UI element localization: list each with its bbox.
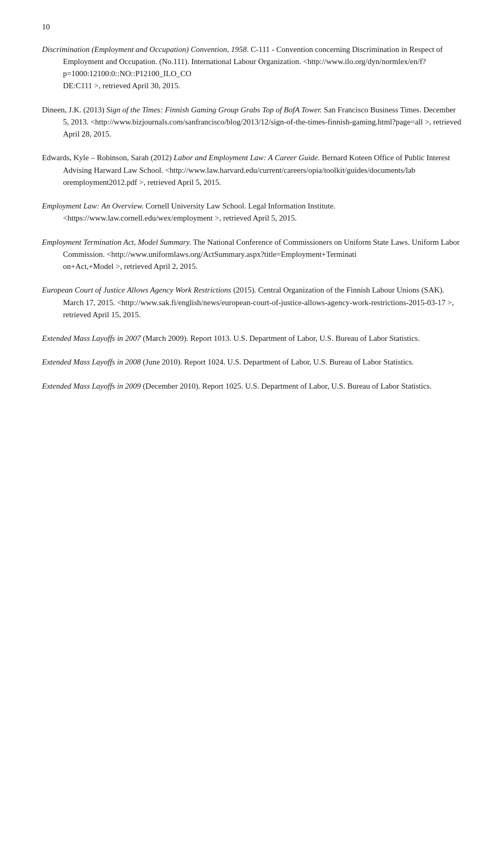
- list-item: Extended Mass Layoffs in 2007 (March 200…: [42, 332, 462, 345]
- ref-body: (June 2010). Report 1024. U.S. Departmen…: [141, 358, 414, 366]
- ref-author: Edwards, Kyle – Robinson, Sarah (2012): [42, 153, 174, 162]
- ref-body: (December 2010). Report 1025. U.S. Depar…: [141, 382, 432, 390]
- ref-title: Employment Termination Act, Model Summar…: [42, 238, 191, 246]
- list-item: Extended Mass Layoffs in 2008 (June 2010…: [42, 356, 462, 368]
- ref-title: Extended Mass Layoffs in 2009: [42, 382, 141, 390]
- list-item: Edwards, Kyle – Robinson, Sarah (2012) L…: [42, 152, 462, 189]
- list-item: Employment Law: An Overview. Cornell Uni…: [42, 200, 462, 225]
- references-list: Discrimination (Employment and Occupatio…: [42, 44, 462, 392]
- ref-body-cont: DE:C111 >, retrieved April 30, 2015.: [63, 81, 180, 90]
- ref-title: Discrimination (Employment and Occupatio…: [42, 45, 247, 54]
- ref-title: Extended Mass Layoffs in 2007: [42, 334, 141, 342]
- list-item: European Court of Justice Allows Agency …: [42, 284, 462, 321]
- ref-title: Employment Law: An Overview.: [42, 202, 144, 210]
- ref-title: Labor and Employment Law: A Career Guide…: [174, 153, 320, 162]
- ref-body-cont: on+Act,+Model >, retrieved April 2, 2015…: [63, 262, 198, 270]
- list-item: Dineen, J.K. (2013) Sign of the Times: F…: [42, 104, 462, 141]
- ref-body: (March 2009). Report 1013. U.S. Departme…: [141, 334, 419, 342]
- ref-author: Dineen, J.K. (2013): [42, 106, 106, 114]
- page-number: 10: [42, 21, 462, 33]
- ref-title: Sign of the Times: Finnish Gaming Group …: [106, 106, 322, 114]
- list-item: Extended Mass Layoffs in 2009 (December …: [42, 380, 462, 392]
- ref-title: European Court of Justice Allows Agency …: [42, 286, 231, 294]
- list-item: Discrimination (Employment and Occupatio…: [42, 44, 462, 92]
- list-item: Employment Termination Act, Model Summar…: [42, 236, 462, 273]
- ref-title: Extended Mass Layoffs in 2008: [42, 358, 141, 366]
- ref-body-cont: oremployment2012.pdf >, retrieved April …: [63, 178, 221, 186]
